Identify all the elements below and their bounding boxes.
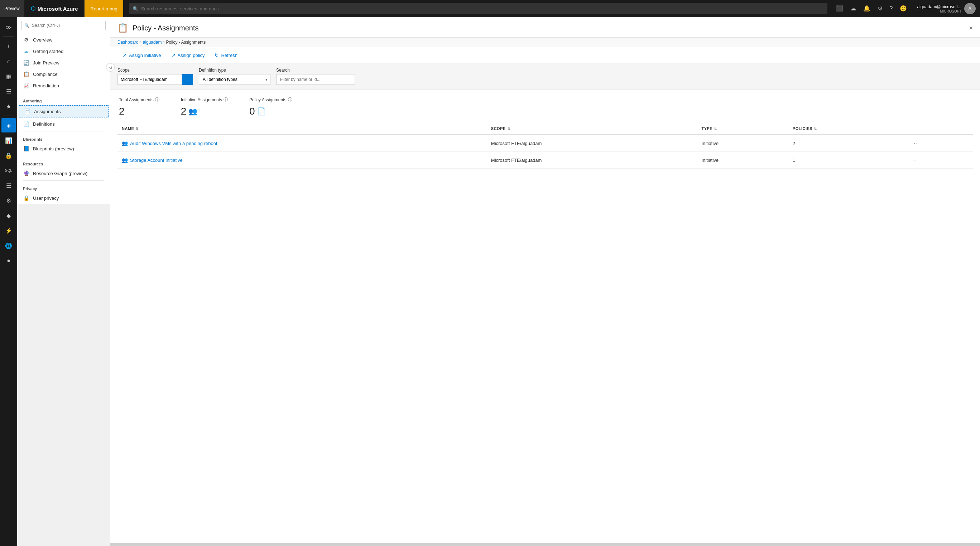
- definition-type-select[interactable]: All definition types: [199, 74, 270, 85]
- left-nav-wrapper: ⚙ Overview ☁ Getting started 🔄 Join Prev…: [17, 17, 110, 546]
- user-name: alguadam@microsoft...: [917, 4, 961, 9]
- compliance-icon: 📋: [23, 71, 29, 77]
- cloud-shell-icon[interactable]: ☁: [848, 3, 859, 14]
- blueprints-section-label: Blueprints: [17, 133, 110, 143]
- sidebar-divider-2: [3, 116, 14, 116]
- sidebar-item-definitions[interactable]: 📄 Definitions: [17, 118, 110, 130]
- user-org: MICROSOFT: [917, 9, 961, 13]
- sidebar-item-getting-started[interactable]: ☁ Getting started: [17, 46, 110, 57]
- filter-search-input[interactable]: [276, 74, 355, 85]
- row1-policies-cell: 2: [788, 135, 905, 152]
- sidebar-item-label-compliance: Compliance: [33, 71, 58, 77]
- close-button[interactable]: ×: [969, 24, 973, 32]
- feedback-icon[interactable]: 🙂: [897, 3, 910, 14]
- sidebar-item-remediation[interactable]: 📈 Remediation: [17, 80, 110, 91]
- sidebar-expand-btn[interactable]: ≫: [2, 20, 16, 34]
- sidebar-item-compliance[interactable]: 📋 Compliance: [17, 68, 110, 80]
- privacy-section-label: Privacy: [17, 182, 110, 192]
- assign-policy-button[interactable]: ↗ Assign policy: [166, 50, 210, 60]
- nav-search-input[interactable]: [21, 21, 106, 30]
- main-layout: ≫ + ⌂ ▦ ☰ ★ ◈ 📊 🔒 SQL ☰ ⚙ ◆ ⚡ 🌐 ● ⚙ Over…: [0, 17, 980, 546]
- definition-type-filter-group: Definition type All definition types: [199, 68, 270, 85]
- bolt-icon[interactable]: ⚡: [2, 224, 16, 238]
- row2-type-cell: Initiative: [697, 152, 788, 169]
- help-icon[interactable]: ?: [887, 3, 896, 14]
- global-search-input[interactable]: [141, 6, 824, 11]
- stat-total-value: 2: [119, 106, 159, 117]
- nav-search-wrap: [21, 21, 106, 30]
- sql-icon[interactable]: SQL: [2, 163, 16, 178]
- col-header-type[interactable]: TYPE ⇅: [697, 123, 788, 135]
- row2-more-button[interactable]: ···: [910, 156, 920, 164]
- definition-type-label: Definition type: [199, 68, 270, 73]
- sidebar-item-label-overview: Overview: [33, 37, 52, 43]
- settings-icon[interactable]: ⚙: [875, 3, 885, 14]
- search-icon: 🔍: [132, 6, 138, 11]
- user-info[interactable]: alguadam@microsoft... MICROSOFT A: [913, 3, 980, 14]
- scope-picker-button[interactable]: …: [182, 74, 193, 85]
- scope-input[interactable]: [118, 74, 182, 85]
- globe-icon[interactable]: 🌐: [2, 238, 16, 253]
- bell-icon[interactable]: 🔔: [861, 3, 873, 14]
- page-title-wrap: 📋 Policy - Assignments: [118, 23, 199, 33]
- col-header-scope[interactable]: SCOPE ⇅: [487, 123, 697, 135]
- sidebar-item-label-assignments: Assignments: [34, 109, 60, 114]
- resources-icon[interactable]: ◈: [2, 118, 16, 132]
- col-header-policies[interactable]: POLICIES ⇅: [788, 123, 905, 135]
- initiative-value-icon: 👥: [188, 107, 197, 116]
- left-nav-search: [17, 17, 110, 34]
- sidebar-item-user-privacy[interactable]: 🔒 User privacy: [17, 192, 110, 204]
- page-title-icon: 📋: [118, 23, 128, 33]
- terminal-icon[interactable]: ⬛: [833, 3, 846, 14]
- favorites-icon[interactable]: ★: [2, 99, 16, 113]
- global-search-bar[interactable]: 🔍: [129, 3, 827, 14]
- content-area: 📋 Policy - Assignments × Dashboard › alg…: [110, 17, 980, 546]
- join-preview-icon: 🔄: [23, 60, 29, 65]
- report-bug-button[interactable]: Report a bug: [84, 0, 123, 17]
- menu-icon[interactable]: ☰: [2, 84, 16, 98]
- sidebar-item-join-preview[interactable]: 🔄 Join Preview: [17, 57, 110, 68]
- nav-collapse-button[interactable]: ◁: [106, 63, 115, 71]
- breadcrumb-item-alguadam[interactable]: alguadam: [143, 40, 162, 45]
- circle-icon[interactable]: ●: [2, 254, 16, 268]
- breadcrumb-item-dashboard[interactable]: Dashboard: [118, 40, 138, 45]
- authoring-section-label: Authoring: [17, 95, 110, 105]
- monitor-icon[interactable]: 📊: [2, 133, 16, 148]
- initiative-info-icon[interactable]: ⓘ: [224, 97, 228, 103]
- breadcrumb-current: Policy - Assignments: [166, 40, 205, 45]
- sidebar-item-label-resource-graph: Resource Graph (preview): [33, 171, 88, 176]
- row1-type-cell: Initiative: [697, 135, 788, 152]
- sidebar-item-overview[interactable]: ⚙ Overview: [17, 34, 110, 46]
- scope-input-group: …: [118, 74, 193, 85]
- row2-name-link[interactable]: 👥 Storage Account Initiative: [122, 157, 482, 163]
- stat-initiative-label: Initiative Assignments ⓘ: [181, 97, 228, 103]
- search-filter-group: Search: [276, 68, 355, 85]
- create-icon[interactable]: +: [2, 39, 16, 53]
- getting-started-icon: ☁: [23, 48, 29, 54]
- config-icon[interactable]: ⚙: [2, 193, 16, 208]
- lists-icon[interactable]: ☰: [2, 178, 16, 193]
- diamond-icon[interactable]: ◆: [2, 208, 16, 223]
- policy-info-icon[interactable]: ⓘ: [288, 97, 292, 103]
- total-info-icon[interactable]: ⓘ: [155, 97, 159, 103]
- row1-more-button[interactable]: ···: [910, 139, 920, 147]
- search-filter-label: Search: [276, 68, 355, 73]
- sidebar-item-assignments[interactable]: 📄 Assignments: [19, 105, 108, 117]
- horizontal-scrollbar[interactable]: [110, 543, 980, 546]
- sort-policies-icon: ⇅: [814, 127, 817, 131]
- definition-type-select-wrap: All definition types: [199, 74, 270, 85]
- nav-divider-1: [23, 93, 104, 93]
- sidebar-item-blueprints[interactable]: 📘 Blueprints (preview): [17, 143, 110, 154]
- sidebar-item-resource-graph[interactable]: 🔮 Resource Graph (preview): [17, 168, 110, 179]
- dashboard-icon[interactable]: ▦: [2, 69, 16, 83]
- sidebar-item-label-remediation: Remediation: [33, 83, 59, 89]
- assign-initiative-button[interactable]: ↗ Assign initiative: [118, 50, 166, 60]
- security-lock-icon[interactable]: 🔒: [2, 148, 16, 163]
- row1-name-link[interactable]: 👥 Audit Windows VMs with a pending reboo…: [122, 140, 482, 146]
- col-header-name[interactable]: NAME ⇅: [118, 123, 487, 135]
- refresh-button[interactable]: ↻ Refresh: [210, 50, 242, 60]
- home-icon[interactable]: ⌂: [2, 54, 16, 68]
- stat-policy-label: Policy Assignments ⓘ: [249, 97, 292, 103]
- row2-policies-cell: 1: [788, 152, 905, 169]
- assignments-table: NAME ⇅ SCOPE ⇅ TYPE: [118, 123, 973, 169]
